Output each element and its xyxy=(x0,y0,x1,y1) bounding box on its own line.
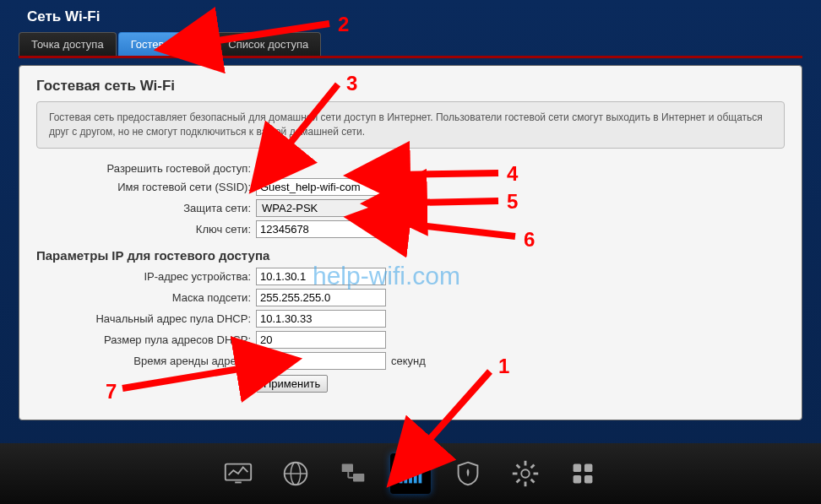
svg-rect-12 xyxy=(414,469,417,483)
tab-access-point[interactable]: Точка доступа xyxy=(19,32,117,56)
dhcp-size-input[interactable] xyxy=(256,331,386,349)
svg-point-14 xyxy=(521,469,530,478)
lease-suffix: секунд xyxy=(391,355,426,367)
nav-network-icon[interactable] xyxy=(333,453,373,494)
svg-rect-11 xyxy=(409,472,412,483)
label-security: Защита сети: xyxy=(36,202,256,214)
svg-rect-1 xyxy=(235,482,242,484)
label-subnet: Маска подсети: xyxy=(36,291,256,304)
svg-rect-25 xyxy=(574,475,582,484)
apply-button[interactable]: Применить xyxy=(256,375,328,393)
nav-monitor-icon[interactable] xyxy=(218,453,258,494)
page-title: Сеть Wi-Fi xyxy=(0,0,821,32)
nav-globe-icon[interactable] xyxy=(275,453,316,494)
dhcp-start-input[interactable] xyxy=(256,310,386,328)
tab-guest-network[interactable]: Гостевая сеть xyxy=(118,32,215,56)
nav-apps-icon[interactable] xyxy=(563,453,603,494)
tabs: Точка доступа Гостевая сеть Список досту… xyxy=(19,32,802,58)
label-dhcp-size: Размер пула адресов DHCP: xyxy=(36,333,256,346)
svg-line-20 xyxy=(531,480,535,483)
ssid-input[interactable] xyxy=(256,178,386,196)
subnet-input[interactable] xyxy=(256,289,386,306)
bottom-nav xyxy=(0,443,821,504)
svg-line-19 xyxy=(517,465,520,469)
label-dhcp-start: Начальный адрес пула DHCP: xyxy=(36,312,256,325)
label-ssid: Имя гостевой сети (SSID): xyxy=(36,181,256,193)
label-lease: Время аренды адреса: xyxy=(36,355,256,367)
svg-line-22 xyxy=(531,465,535,469)
section-title: Гостевая сеть Wi-Fi xyxy=(36,78,785,95)
svg-rect-10 xyxy=(404,475,407,484)
device-ip-input[interactable] xyxy=(256,268,386,285)
settings-panel: Гостевая сеть Wi-Fi Гостевая сеть предос… xyxy=(19,65,802,420)
lease-input[interactable] xyxy=(256,352,386,370)
svg-rect-5 xyxy=(342,464,353,473)
svg-line-21 xyxy=(517,480,520,483)
label-key: Ключ сети: xyxy=(36,223,256,236)
nav-wifi-icon[interactable] xyxy=(390,453,431,494)
nav-settings-icon[interactable] xyxy=(505,453,546,494)
tab-access-list[interactable]: Список доступа xyxy=(215,32,321,56)
label-allow-guest: Разрешить гостевой доступ: xyxy=(36,162,256,175)
label-device-ip: IP-адрес устройства: xyxy=(36,270,256,283)
key-input[interactable] xyxy=(256,220,386,238)
svg-rect-9 xyxy=(400,479,403,484)
svg-rect-13 xyxy=(419,466,422,484)
svg-rect-26 xyxy=(584,475,593,484)
svg-rect-23 xyxy=(574,464,582,473)
svg-rect-24 xyxy=(584,464,593,473)
info-box: Гостевая сеть предоставляет безопасный д… xyxy=(36,101,785,149)
ip-params-title: Параметры IP для гостевого доступа xyxy=(36,248,785,263)
nav-firewall-icon[interactable] xyxy=(448,453,488,494)
allow-guest-checkbox[interactable] xyxy=(258,163,269,174)
security-select[interactable]: WPA2-PSK xyxy=(256,199,386,217)
